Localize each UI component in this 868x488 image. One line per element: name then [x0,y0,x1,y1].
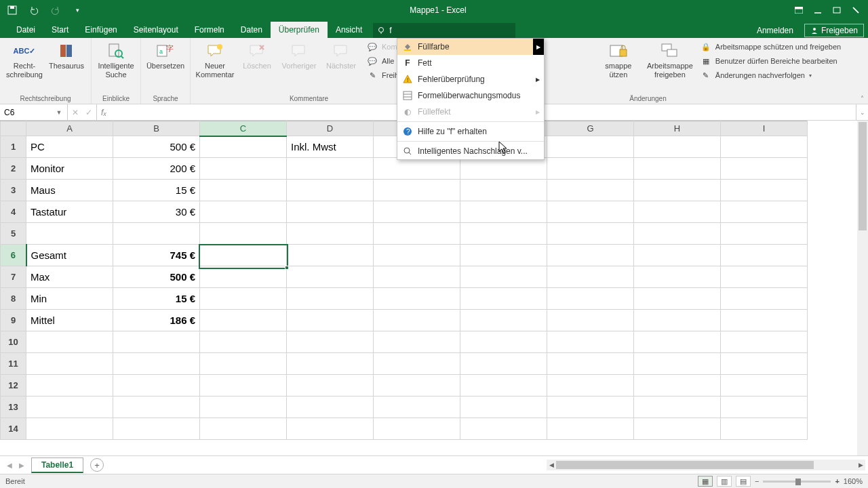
ribbon-display-icon[interactable] [789,2,808,18]
col-header-D[interactable]: D [287,121,374,136]
cell[interactable] [374,158,460,180]
cell[interactable] [287,201,374,223]
cell[interactable] [634,201,721,223]
cell[interactable] [547,288,634,310]
row-header[interactable]: 3 [1,180,26,201]
cell[interactable] [634,158,721,180]
cell[interactable] [460,396,547,418]
cell[interactable] [200,136,287,158]
cell[interactable] [547,310,634,331]
cell[interactable] [287,331,374,353]
tab-daten[interactable]: Daten [233,22,271,38]
cell[interactable] [634,288,721,310]
cell[interactable]: Max [26,266,113,288]
cell[interactable] [374,418,460,440]
row-header[interactable]: 5 [1,223,26,245]
cell[interactable] [113,396,200,418]
cell[interactable] [547,396,634,418]
cell[interactable] [374,201,460,223]
signin-link[interactable]: Anmelden [751,23,799,38]
select-all-corner[interactable] [1,121,26,136]
cell[interactable] [26,353,113,375]
cell[interactable] [634,353,721,375]
cell[interactable] [287,310,374,331]
cell[interactable] [634,418,721,440]
cell[interactable] [200,353,287,375]
cell[interactable] [287,223,374,245]
cell[interactable]: PC [26,136,113,158]
cell[interactable] [200,418,287,440]
cell[interactable] [634,396,721,418]
cell[interactable] [200,180,287,201]
cell[interactable] [374,288,460,310]
fx-icon[interactable]: fx [97,104,111,120]
collapse-ribbon-icon[interactable]: ˄ [861,95,864,102]
share-workbook-button[interactable]: Arbeitsmappe freigeben [646,40,694,79]
cell[interactable]: Maus [26,180,113,201]
cell[interactable] [721,418,808,440]
close-icon[interactable] [846,2,865,18]
row-header[interactable]: 9 [1,310,26,331]
cell[interactable] [113,331,200,353]
tm-smart[interactable]: Intelligentes Nachschlagen v... [397,143,544,159]
cell[interactable] [287,353,374,375]
col-header-C[interactable]: C [200,121,287,136]
view-pagebreak-icon[interactable]: ▤ [736,476,751,487]
cell[interactable] [460,201,547,223]
tab-datei[interactable]: Datei [8,22,43,38]
col-header-I[interactable]: I [721,121,808,136]
cell[interactable] [547,201,634,223]
cell[interactable] [287,158,374,180]
cell[interactable] [547,136,634,158]
worksheet-grid[interactable]: A B C D E F G H I 1PC500 €Inkl. Mwst19% … [0,121,868,455]
row-header[interactable]: 4 [1,201,26,223]
cell[interactable] [287,396,374,418]
cell[interactable] [26,223,113,245]
row-header[interactable]: 10 [1,331,26,353]
cell[interactable] [634,180,721,201]
cell[interactable]: 186 € [113,310,200,331]
cell[interactable] [287,288,374,310]
cell[interactable]: Inkl. Mwst [287,136,374,158]
cell[interactable] [721,310,808,331]
tm-help[interactable]: ? Hilfe zu "f" erhalten [397,123,544,140]
thesaurus-button[interactable]: Thesaurus [47,40,85,70]
cell[interactable]: Gesamt [26,245,113,266]
tm-fuellfarbe[interactable]: Füllfarbe ▶ [397,39,544,55]
cell[interactable] [547,223,634,245]
cell[interactable] [26,396,113,418]
cell[interactable] [200,266,287,288]
cell[interactable] [460,223,547,245]
new-comment-button[interactable]: Neuer Kommentar [196,40,234,79]
cell[interactable] [374,310,460,331]
protect-share-button[interactable]: 🔒Arbeitsmappe schützen und freigeben [698,40,844,54]
row-header[interactable]: 11 [1,353,26,375]
scroll-left-icon[interactable]: ◀ [547,460,556,470]
cell[interactable] [374,245,460,266]
tab-start[interactable]: Start [43,22,77,38]
cell[interactable] [721,266,808,288]
col-header-B[interactable]: B [113,121,200,136]
cell[interactable] [113,223,200,245]
expand-formula-icon[interactable]: ⌄ [856,104,868,120]
view-normal-icon[interactable]: ▦ [698,476,713,487]
cell[interactable] [634,310,721,331]
cell[interactable] [460,375,547,396]
cell[interactable] [287,375,374,396]
scroll-thumb[interactable] [556,461,814,469]
scroll-thumb[interactable] [859,122,867,230]
cell[interactable]: Monitor [26,158,113,180]
cell[interactable]: 500 € [113,136,200,158]
cell[interactable] [374,180,460,201]
tm-fehlerp[interactable]: ! Fehlerüberprüfung ▶ [397,71,544,87]
cell[interactable] [374,223,460,245]
cell[interactable] [721,288,808,310]
cell[interactable] [721,223,808,245]
save-icon[interactable] [3,2,22,18]
zoom-slider[interactable] [763,481,831,483]
cell[interactable] [460,180,547,201]
name-box-dropdown-icon[interactable]: ▼ [53,109,65,116]
tell-me-input[interactable] [389,26,511,35]
cell[interactable] [200,396,287,418]
name-box[interactable]: ▼ [0,104,68,120]
